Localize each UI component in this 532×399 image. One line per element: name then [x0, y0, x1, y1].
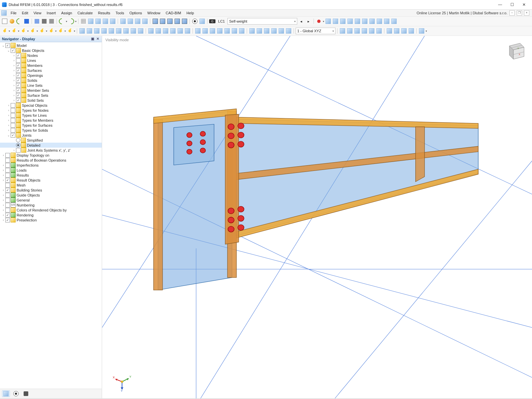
- tree-checkbox[interactable]: [5, 163, 10, 168]
- tree-twisty[interactable]: ›: [7, 124, 11, 127]
- tree-twisty[interactable]: ⌄: [7, 49, 11, 52]
- tree-twisty[interactable]: ›: [7, 104, 11, 107]
- render-3-button[interactable]: [263, 28, 270, 34]
- minimize-button[interactable]: —: [494, 1, 506, 8]
- tree-checkbox[interactable]: ✓: [16, 78, 21, 83]
- menu-tools[interactable]: Tools: [113, 10, 127, 16]
- tree-checkbox[interactable]: ✓: [16, 83, 21, 88]
- save-all-button[interactable]: [34, 18, 40, 25]
- tree-checkbox[interactable]: ✓: [16, 53, 21, 58]
- tree-checkbox[interactable]: [11, 113, 15, 118]
- cs-tool-3[interactable]: [354, 28, 360, 34]
- tree-twisty[interactable]: ›: [12, 54, 16, 57]
- tree-twisty[interactable]: ›: [12, 74, 16, 77]
- tables-button[interactable]: [80, 18, 87, 25]
- app-menu-icon[interactable]: [1, 10, 7, 16]
- tree-item-surfaces[interactable]: ›✓Surfaces: [0, 68, 102, 73]
- move-tool[interactable]: [86, 28, 93, 34]
- tree-twisty[interactable]: ›: [1, 174, 5, 177]
- tree-checkbox[interactable]: ✓: [11, 48, 15, 53]
- tree-checkbox[interactable]: ✓: [5, 188, 10, 193]
- rotate-tool[interactable]: [101, 28, 107, 34]
- tree-twisty[interactable]: ⌄: [7, 134, 11, 137]
- extra-tool-2[interactable]: [393, 28, 400, 34]
- tree-twisty[interactable]: ›: [1, 189, 5, 192]
- member-tool[interactable]: [20, 28, 27, 34]
- tree-twisty[interactable]: ›: [1, 179, 5, 182]
- tree-item-solids[interactable]: ›✓Solids: [0, 78, 102, 83]
- measure-tool[interactable]: [202, 28, 208, 34]
- copy-tool[interactable]: [79, 28, 85, 34]
- view-side-button[interactable]: [174, 18, 181, 25]
- menu-calculate[interactable]: Calculate: [75, 10, 95, 16]
- new-button[interactable]: [1, 18, 8, 25]
- pin-8-button[interactable]: [369, 18, 375, 25]
- print-button[interactable]: [41, 18, 48, 25]
- module-1-button[interactable]: [120, 18, 126, 25]
- menu-edit[interactable]: Edit: [19, 10, 31, 16]
- tree-twisty[interactable]: ›: [7, 109, 11, 112]
- tree-checkbox[interactable]: ✓: [16, 93, 21, 98]
- tree-radio[interactable]: [16, 143, 20, 147]
- tree-checkbox[interactable]: ✓: [16, 88, 21, 93]
- tree-item-loads[interactable]: ›Loads: [0, 168, 102, 173]
- node-tool[interactable]: [1, 28, 8, 34]
- tree-checkbox[interactable]: ✓: [5, 43, 10, 48]
- navigator-tab-views[interactable]: [12, 390, 20, 397]
- intersect-tool[interactable]: [137, 28, 144, 34]
- tree-item-guide-objects[interactable]: ›Guide Objects: [0, 193, 102, 198]
- coord-system-combo[interactable]: 1 - Global XYZ ▾: [296, 28, 335, 34]
- clip-button[interactable]: [199, 18, 205, 25]
- tree-item-display-topology-on[interactable]: ›Display Topology on: [0, 153, 102, 158]
- tree-checkbox[interactable]: [11, 118, 15, 123]
- navigator-autohide-button[interactable]: ▣: [90, 37, 94, 41]
- tree-checkbox[interactable]: [11, 123, 15, 128]
- tree-item-lines[interactable]: ›Lines: [0, 58, 102, 63]
- undo-history-dropdown[interactable]: ▾: [66, 20, 67, 23]
- tree-twisty[interactable]: ›: [1, 154, 5, 157]
- menu-window[interactable]: Window: [145, 10, 163, 16]
- tree-twisty[interactable]: ⌄: [1, 44, 5, 47]
- open-button[interactable]: [9, 18, 15, 25]
- view-cube[interactable]: -Y X: [504, 39, 525, 61]
- tree-item-general[interactable]: ›General: [0, 198, 102, 202]
- results-button[interactable]: [95, 18, 101, 25]
- extra-tool-3[interactable]: [401, 28, 407, 34]
- navigator-tab-display[interactable]: [2, 390, 10, 397]
- cs-tool-1[interactable]: [339, 28, 346, 34]
- cs-tool-6[interactable]: [376, 28, 382, 34]
- tree-twisty[interactable]: ›: [12, 149, 16, 152]
- viewport-3d[interactable]: Visibility mode: [102, 36, 532, 398]
- tree-checkbox[interactable]: [5, 173, 10, 178]
- loadcase-combo[interactable]: Self-weight ▾: [227, 18, 297, 25]
- tree-item-types-for-surfaces[interactable]: ›Types for Surfaces: [0, 123, 102, 128]
- pin-1-button[interactable]: [316, 18, 322, 25]
- load-member-tool[interactable]: [162, 28, 169, 34]
- loadcase-next-button[interactable]: ▸: [305, 18, 312, 25]
- tree-twisty[interactable]: ›: [7, 114, 11, 117]
- menu-file[interactable]: File: [8, 10, 19, 16]
- redo-button[interactable]: [68, 18, 74, 25]
- text-tool[interactable]: [216, 28, 223, 34]
- tree-checkbox[interactable]: ✓: [16, 68, 21, 73]
- tree-item-result-objects[interactable]: ›✓Result Objects: [0, 178, 102, 183]
- revert-button[interactable]: [16, 18, 23, 25]
- tree-item-joints[interactable]: ⌄✓Joints: [0, 133, 102, 138]
- pin-11-button[interactable]: [391, 18, 397, 25]
- pin-9-button[interactable]: [376, 18, 383, 25]
- tree-twisty[interactable]: ›: [12, 94, 16, 97]
- tree-twisty[interactable]: ›: [12, 59, 16, 62]
- tree-checkbox[interactable]: [16, 148, 21, 153]
- tree-checkbox[interactable]: [11, 108, 15, 113]
- tree-item-mesh[interactable]: Mesh: [0, 183, 102, 188]
- pin-6-button[interactable]: [354, 18, 361, 25]
- tree-item-results-of-boolean-operations[interactable]: Results of Boolean Operations: [0, 158, 102, 163]
- tree-item-preselection[interactable]: ›✓Preselection: [0, 217, 102, 222]
- view-iso-button[interactable]: [159, 18, 166, 25]
- module-3-button[interactable]: [134, 18, 141, 25]
- cs-tool-5[interactable]: [368, 28, 375, 34]
- imperf-tool[interactable]: [184, 28, 191, 34]
- menu-cadbim[interactable]: CAD-BIM: [163, 10, 184, 16]
- surface-tool-dropdown[interactable]: ▾: [37, 30, 38, 33]
- tree-checkbox[interactable]: ✓: [16, 63, 21, 68]
